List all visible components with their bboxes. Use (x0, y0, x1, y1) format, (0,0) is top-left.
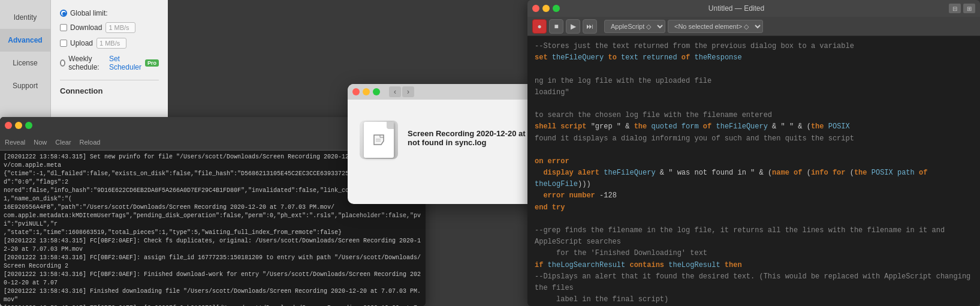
code-comment-8: --Dipslays an alert that it found the de… (535, 271, 973, 294)
minimize-button[interactable] (15, 122, 22, 129)
upload-checkbox[interactable] (60, 40, 67, 47)
sidebar-item-identity[interactable]: Identity (0, 6, 50, 29)
reveal-button[interactable]: Reveal (5, 139, 25, 146)
schedule-label: Weekly schedule: (68, 55, 105, 71)
code-comment-6: --grep finds the filename in the log fil… (535, 225, 973, 248)
code-end-try: end try (535, 202, 973, 214)
download-checkbox[interactable] (60, 24, 67, 31)
element-selector[interactable]: <No selected element> ◇ (668, 20, 763, 33)
editor-title: Untitled — Edited (527, 4, 946, 13)
terminal-line: [20201222 13:58:43.315] FC[0BF2:0AEF]: C… (4, 237, 422, 254)
sidebar-item-advanced[interactable]: Advanced (0, 29, 50, 52)
sidebar-item-license[interactable]: License (0, 52, 50, 74)
editor-toolbar: ● ■ ▶ ⏭ AppleScript ◇ <No selected eleme… (527, 17, 980, 36)
sidebar-item-label: Identity (14, 13, 37, 22)
dialog-maximize-button[interactable] (373, 88, 380, 95)
schedule-row: Weekly schedule: Set Scheduler Pro (60, 55, 159, 71)
maximize-button[interactable] (25, 122, 32, 129)
code-blank-4 (535, 214, 973, 225)
terminal-line: ,"state":1,"time":1608663519,"total_piec… (4, 229, 422, 237)
traffic-lights (5, 122, 32, 129)
dialog-next-button[interactable]: › (402, 86, 414, 97)
schedule-radio[interactable] (60, 59, 65, 67)
set-scheduler-link[interactable]: Set Scheduler (109, 55, 141, 71)
terminal-line: 16E920556A4FB","path":"/Users/scott/Down… (4, 203, 422, 212)
code-if-line: if theLogSearchResult contains theLogRes… (535, 260, 973, 271)
download-speed-input[interactable] (105, 22, 135, 33)
sidebar-item-label: License (13, 59, 37, 67)
code-line-2: shell script "grep " & the quoted form o… (535, 121, 973, 133)
code-comment-4: to search the chosen log file with the f… (535, 110, 973, 121)
code-comment-2: ng in the log file with the uploaded fil… (535, 76, 973, 87)
sidebar-item-support[interactable]: Support (0, 74, 50, 97)
dialog-file-icon (360, 121, 398, 159)
terminal-line: [20201222 13:58:43.316] FC[0BF2:0AEF]: F… (4, 271, 422, 287)
code-blank-2 (535, 98, 973, 110)
code-blank-1 (535, 64, 973, 75)
sidebar-item-label: Advanced (8, 36, 42, 44)
sidebar-item-label: Support (13, 82, 38, 90)
connection-label: Connection (60, 80, 159, 95)
editor-selectors: AppleScript ◇ <No selected element> ◇ (604, 20, 763, 33)
editor-titlebar: Untitled — Edited ⊟ ⊞ (527, 0, 980, 17)
editor-stop-button[interactable]: ■ (549, 19, 563, 34)
code-line-1: set theFileQuery to text returned of the… (535, 52, 973, 64)
editor-window-buttons: ⊟ ⊞ (949, 4, 975, 13)
download-label: Download (70, 23, 102, 32)
dialog-close-button[interactable] (352, 88, 360, 95)
upload-label: Upload (70, 39, 93, 47)
dialog-traffic-lights (352, 88, 380, 95)
code-error-number: error number -128 (535, 190, 973, 202)
applescript-selector[interactable]: AppleScript ◇ (604, 20, 665, 33)
dialog-icon-inner (364, 122, 394, 158)
now-button[interactable]: Now (34, 139, 47, 146)
global-limit-label: Global limit: (70, 9, 108, 17)
editor-window: Untitled — Edited ⊟ ⊞ ● ■ ▶ ⏭ AppleScrip… (527, 0, 980, 306)
code-comment-3: loading" (535, 87, 973, 98)
pro-badge: Pro (145, 59, 159, 67)
upload-row: Upload (60, 38, 159, 49)
reload-button[interactable]: Reload (80, 139, 101, 146)
terminal-line: [20201222 13:58:43.316] Finished downloa… (4, 287, 422, 304)
editor-step-button[interactable]: ⏭ (583, 19, 597, 34)
terminal-line: [20201222 13:58:43.316] FC[0BF2:0AEF]: a… (4, 254, 422, 271)
code-comment-7: for the 'Finished Downloading' text (535, 248, 973, 259)
editor-run-button[interactable]: ▶ (566, 19, 580, 34)
code-on-error: on error (535, 156, 973, 167)
code-comment-9: label in the final script) (535, 294, 973, 305)
download-row: Download (60, 22, 159, 33)
clear-button[interactable]: Clear (55, 139, 71, 146)
code-display-alert-1: display alert theFileQuery & " was not f… (535, 167, 973, 190)
global-limit-row: Global limit: (60, 9, 159, 17)
dialog-minimize-button[interactable] (363, 88, 370, 95)
code-comment-1: --Stores just the text returned from the… (535, 41, 973, 52)
editor-split-btn-2[interactable]: ⊞ (963, 4, 975, 13)
upload-speed-input[interactable] (97, 38, 126, 49)
global-limit-radio[interactable] (60, 10, 67, 17)
editor-split-btn-1[interactable]: ⊟ (949, 4, 961, 13)
code-comment-5: found it displays a dialog informing you… (535, 133, 973, 145)
dialog-prev-button[interactable]: ‹ (389, 86, 401, 97)
editor-code-area[interactable]: --Stores just the text returned from the… (527, 36, 980, 306)
code-blank-3 (535, 145, 973, 156)
editor-record-button[interactable]: ● (532, 19, 547, 34)
close-button[interactable] (5, 122, 12, 129)
terminal-line: com.apple.metadata:kMDItemUserTags","pen… (4, 212, 422, 229)
dialog-nav: ‹ › (389, 86, 414, 97)
